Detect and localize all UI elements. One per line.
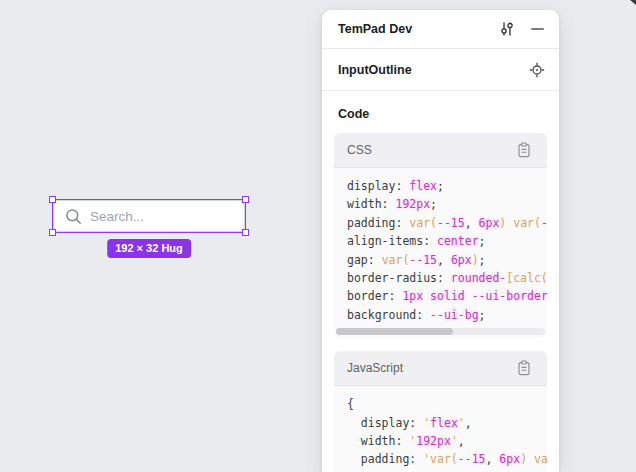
css-copy-button[interactable] [514,140,534,160]
css-code-card: CSS display: flex;width: 192px;padding: … [334,133,547,338]
code-line: align-items: center; [347,232,547,250]
css-horizontal-scrollbar[interactable] [336,328,545,335]
size-badge: 192 × 32 Hug [107,239,191,258]
selection-handle-bottom-right[interactable] [242,229,249,236]
code-line: padding: 'var(--15, 6px) var [347,450,547,468]
search-input[interactable]: Search... [53,200,245,232]
code-line: width: 192px; [347,195,547,213]
search-placeholder: Search... [90,209,144,224]
minus-icon [531,28,544,30]
code-section-title: Code [338,107,543,121]
css-card-label: CSS [347,143,514,157]
code-line: border-radius: rounded-[calc(v [347,269,547,287]
figma-canvas[interactable]: Search... 192 × 32 Hug TemPad Dev [0,0,636,472]
search-input-component[interactable]: Search... 192 × 32 Hug [53,200,245,232]
code-line: gap: var(--15, 6px); [347,251,547,269]
clipboard-icon [517,142,531,158]
css-scrollbar-thumb[interactable] [336,328,453,335]
js-card-label: JavaScript [347,361,514,375]
code-line: width: '192px', [347,432,547,450]
panel-header[interactable]: TemPad Dev [322,10,559,49]
sliders-icon [499,21,515,37]
crosshair-icon [529,62,545,78]
selection-handle-top-right[interactable] [242,196,249,203]
minimize-button[interactable] [527,19,547,39]
selection-handle-top-left[interactable] [49,196,56,203]
selected-component-row: InputOutline [322,49,559,91]
settings-button[interactable] [497,19,517,39]
code-line: display: flex; [347,177,547,195]
code-line: { [347,395,547,413]
magnifier-icon [65,208,82,225]
js-code-card: JavaScript { display: 'flex', width: '19… [334,351,547,472]
code-line: display: 'flex', [347,414,547,432]
css-code-body: display: flex;width: 192px;padding: var(… [334,168,547,324]
code-section: Code CSS display: flex;width: 192px;padd… [322,91,559,472]
js-copy-button[interactable] [514,358,534,378]
panel-title: TemPad Dev [338,22,497,36]
component-name: InputOutline [338,63,527,77]
code-line: border: 1px solid --ui-border- [347,287,547,305]
js-card-header: JavaScript [334,351,547,386]
cursor-fragment [629,0,636,5]
code-line: padding: var(--15, 6px) var(-- [347,214,547,232]
js-code-body: { display: 'flex', width: '192px', paddi… [334,386,547,472]
selection-handle-bottom-left[interactable] [49,229,56,236]
clipboard-icon [517,360,531,376]
css-card-header: CSS [334,133,547,168]
tempad-dev-panel: TemPad Dev InputOutline [322,10,559,472]
code-line: background: --ui-bg; [347,306,547,324]
locate-button[interactable] [527,60,547,80]
